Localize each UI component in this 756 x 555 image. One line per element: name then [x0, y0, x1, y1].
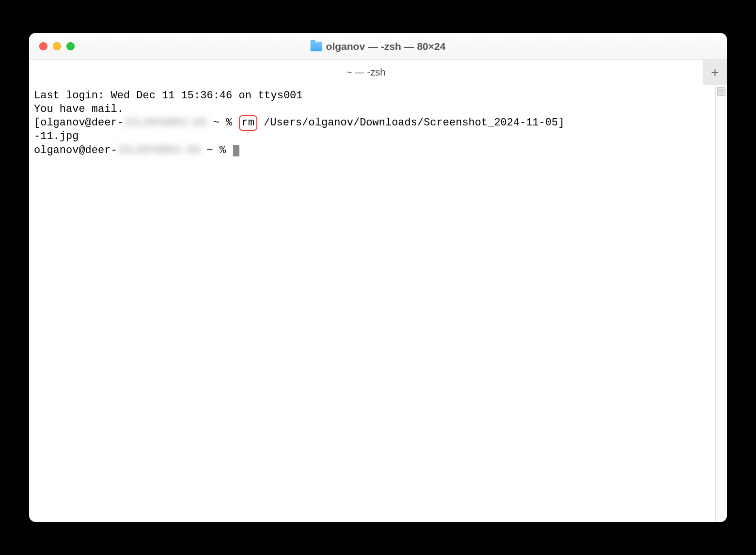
- close-button[interactable]: [39, 42, 47, 50]
- tabbar: ~ — -zsh +: [29, 60, 727, 85]
- prompt1-bracket-close: ]: [558, 117, 564, 129]
- command-wrap-line: -11.jpg: [34, 130, 79, 142]
- prompt2-host-blurred: J2L20YGDK2-OS: [117, 144, 201, 156]
- terminal-area: Last login: Wed Dec 11 15:36:46 on ttys0…: [29, 85, 727, 522]
- scrollbar[interactable]: [715, 85, 727, 522]
- cursor-icon: [233, 145, 239, 156]
- maximize-button[interactable]: [66, 42, 75, 50]
- minimize-button[interactable]: [53, 42, 61, 50]
- folder-icon: [311, 42, 322, 51]
- window-title-group: olganov — -zsh — 80×24: [311, 41, 446, 52]
- titlebar[interactable]: olganov — -zsh — 80×24: [29, 33, 727, 60]
- plus-icon: +: [711, 65, 719, 80]
- tab-current[interactable]: ~ — -zsh: [29, 60, 703, 85]
- scrollbar-thumb[interactable]: [717, 87, 725, 96]
- traffic-lights: [39, 42, 75, 50]
- prompt1-userhost: olganov@deer-: [40, 117, 124, 129]
- rm-command-highlight: rm: [239, 115, 257, 131]
- last-login-line: Last login: Wed Dec 11 15:36:46 on ttys0…: [34, 90, 303, 102]
- terminal-content[interactable]: Last login: Wed Dec 11 15:36:46 on ttys0…: [29, 85, 715, 522]
- prompt1-symbol: ~ %: [206, 117, 238, 129]
- command-path: /Users/olganov/Downloads/Screenshot_2024…: [257, 117, 558, 129]
- tab-label: ~ — -zsh: [346, 67, 386, 78]
- new-tab-button[interactable]: +: [703, 60, 727, 85]
- mail-notice-line: You have mail.: [34, 103, 124, 115]
- terminal-window: olganov — -zsh — 80×24 ~ — -zsh + Last l…: [29, 33, 727, 522]
- window-title: olganov — -zsh — 80×24: [326, 41, 446, 52]
- prompt2-symbol: ~ %: [200, 144, 232, 156]
- prompt1-bracket-open: [: [34, 117, 40, 129]
- prompt1-host-blurred: J2L20YGDK2-OS: [124, 117, 207, 129]
- prompt2-userhost: olganov@deer-: [34, 144, 117, 156]
